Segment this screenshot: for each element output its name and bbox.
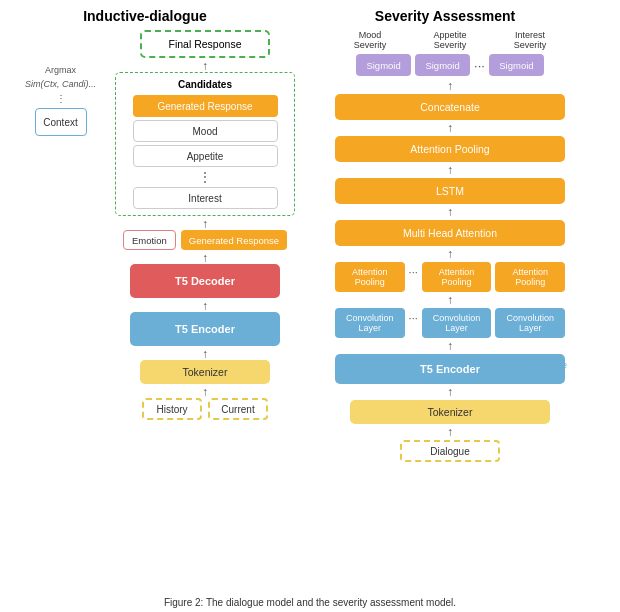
conv-dots: ···: [409, 308, 418, 324]
conv-2: Convolution Layer: [422, 308, 492, 338]
emotion-label-box: Emotion: [123, 230, 176, 250]
right-inner: Mood Severity Appetite Severity Interest…: [328, 30, 573, 462]
mood-box: Mood: [133, 120, 278, 142]
r-t5-encoder-box: T5 Encoder: [335, 354, 565, 384]
attn-pool-item-2: Attention Pooling: [422, 262, 492, 292]
current-box: Current: [208, 398, 268, 420]
sigmoid-dots: ···: [474, 58, 485, 73]
mood-severity-label: Mood Severity: [340, 30, 400, 50]
title-row: Inductive-dialogue Severity Assessment: [10, 8, 610, 24]
context-box: Context: [35, 108, 87, 136]
candidates-container: Candidates Generated Response Mood Appet…: [115, 72, 295, 216]
attn-pool-3: Attention Pooling: [495, 262, 565, 292]
severity-labels: Mood Severity Appetite Severity Interest…: [330, 30, 570, 50]
conv-1: Convolution Layer: [335, 308, 405, 338]
conv-row: Convolution Layer ··· Convolution Layer …: [335, 308, 565, 338]
candidates-label: Candidates: [178, 79, 232, 90]
left-inner: Final Response ↑ Candidates Generated Re…: [85, 30, 325, 420]
r-tokenizer-box: Tokenizer: [350, 400, 550, 424]
left-title: Inductive-dialogue: [83, 8, 207, 24]
appetite-box: Appetite: [133, 145, 278, 167]
interest-severity-label: Interest Severity: [500, 30, 560, 50]
sigmoid-row: Sigmoid Sigmoid ··· Sigmoid: [356, 54, 544, 76]
lstm-box: LSTM: [335, 178, 565, 204]
r-t5-encoder-wrapper: T5 Encoder Freeze: [335, 354, 565, 384]
history-box: History: [142, 398, 202, 420]
arrow-decoder: ↑: [202, 218, 208, 230]
tokenizer-left-box: Tokenizer: [140, 360, 270, 384]
sigmoid3-box: Sigmoid: [489, 54, 544, 76]
attention-pooling-row: Attention Pooling ··· Attention Pooling …: [335, 262, 565, 292]
dialogue-box: Dialogue: [400, 440, 500, 462]
interest-box: Interest: [133, 187, 278, 209]
sigmoid1-box: Sigmoid: [356, 54, 411, 76]
left-diagram: Argmax Sim(Ctx, Candi)... ⋮ Context Fina…: [10, 30, 280, 594]
t5-decoder-box: T5 Decoder: [130, 264, 280, 298]
generated-response2-box: Generated Response: [181, 230, 287, 250]
bottom-inputs: History Current: [142, 398, 268, 420]
attn-dots: ···: [409, 262, 418, 278]
attn-pool-item-3: Attention Pooling: [495, 262, 565, 292]
attn-pool-item-1: Attention Pooling: [335, 262, 405, 292]
right-diagram: Mood Severity Appetite Severity Interest…: [290, 30, 610, 594]
diagrams-row: Argmax Sim(Ctx, Candi)... ⋮ Context Fina…: [10, 30, 610, 594]
dots-candidates: ⋮: [199, 170, 211, 184]
argmax-label: Argmax: [45, 65, 76, 75]
concatenate-box: Concatenate: [335, 94, 565, 120]
right-title: Severity Assessment: [375, 8, 515, 24]
appetite-severity-label: Appetite Severity: [420, 30, 480, 50]
conv-item-2: Convolution Layer: [422, 308, 492, 338]
conv-item-3: Convolution Layer: [495, 308, 565, 338]
attention-pooling-box: Attention Pooling: [335, 136, 565, 162]
arrow-down-final: ↑: [202, 60, 208, 72]
emotion-row: Emotion Generated Response: [123, 230, 287, 250]
attn-pool-2: Attention Pooling: [422, 262, 492, 292]
sigmoid2-box: Sigmoid: [415, 54, 470, 76]
figure-caption: Figure 2: The dialogue model and the sev…: [10, 597, 610, 608]
final-response-box: Final Response: [140, 30, 270, 58]
freeze-label: Freeze: [539, 360, 567, 370]
conv-3: Convolution Layer: [495, 308, 565, 338]
conv-item-1: Convolution Layer: [335, 308, 405, 338]
generated-response-box: Generated Response: [133, 95, 278, 117]
main-container: Inductive-dialogue Severity Assessment A…: [0, 0, 620, 612]
attn-pool-1: Attention Pooling: [335, 262, 405, 292]
t5-encoder-left-box: T5 Encoder: [130, 312, 280, 346]
multi-head-attention-box: Multi Head Attention: [335, 220, 565, 246]
